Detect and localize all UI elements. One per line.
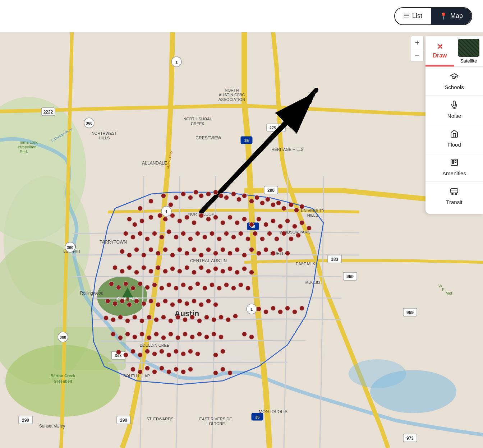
- draw-label: Draw: [433, 52, 447, 59]
- svg-text:35: 35: [251, 225, 255, 229]
- schools-label: Schools: [445, 84, 464, 90]
- amenities-label: Amenities: [442, 170, 466, 176]
- list-label: List: [412, 12, 422, 20]
- svg-rect-101: [451, 189, 458, 193]
- svg-point-8: [349, 359, 406, 388]
- zoom-in-button[interactable]: +: [411, 36, 424, 49]
- svg-rect-99: [452, 161, 454, 164]
- svg-text:Park: Park: [20, 149, 28, 154]
- top-bar: ☰ List 📍 Map: [0, 0, 483, 32]
- list-icon: ☰: [404, 12, 409, 20]
- transit-label: Transit: [446, 199, 462, 205]
- svg-text:HILLS: HILLS: [307, 213, 318, 217]
- layer-item-noise[interactable]: Noise: [426, 96, 483, 124]
- svg-text:etropolitan: etropolitan: [18, 145, 36, 149]
- svg-text:MONTOPOLIS: MONTOPOLIS: [259, 409, 288, 414]
- svg-rect-91: [126, 297, 129, 301]
- map-background: NORTH AUSTIN CIVIC ASSOCIATION NORTH SHO…: [0, 32, 483, 448]
- svg-text:ST. EDWARDS: ST. EDWARDS: [147, 417, 174, 421]
- svg-text:AUSTIN CIVIC: AUSTIN CIVIC: [219, 93, 245, 97]
- svg-text:UNIVERSITY: UNIVERSITY: [301, 208, 325, 213]
- satellite-label: Satellite: [460, 58, 477, 64]
- svg-text:HERITAGE HILLS: HERITAGE HILLS: [271, 147, 303, 152]
- view-toggle: ☰ List 📍 Map: [394, 7, 472, 25]
- satellite-thumbnail: [458, 39, 479, 57]
- svg-text:35: 35: [244, 138, 249, 143]
- svg-text:ASSOCIATION: ASSOCIATION: [218, 97, 245, 102]
- svg-text:HILLS: HILLS: [99, 136, 110, 140]
- svg-text:BOULDIN CREE: BOULDIN CREE: [140, 343, 170, 347]
- x-icon: ✕: [437, 42, 443, 51]
- svg-text:290: 290: [267, 188, 275, 193]
- draw-button[interactable]: ✕ Draw: [426, 36, 454, 66]
- svg-text:290: 290: [22, 418, 29, 423]
- layer-item-schools[interactable]: Schools: [426, 67, 483, 96]
- zoom-controls: + −: [411, 36, 424, 62]
- svg-text:SOUTH L... AP: SOUTH L... AP: [123, 374, 150, 378]
- satellite-button[interactable]: Satellite: [454, 36, 483, 66]
- svg-text:NORTH SHOAL: NORTH SHOAL: [183, 117, 212, 121]
- svg-text:EAST MLK: EAST MLK: [296, 262, 316, 266]
- svg-text:Greenbelt: Greenbelt: [54, 379, 72, 383]
- layers-list: Schools Noise Flood Amenities Transit: [426, 67, 483, 210]
- map-container: NORTH AUSTIN CIVIC ASSOCIATION NORTH SHO…: [0, 32, 483, 448]
- map-label: Map: [450, 12, 463, 20]
- svg-text:TARRYTOWN: TARRYTOWN: [100, 240, 127, 245]
- svg-text:35: 35: [255, 415, 259, 419]
- map-layers-panel: ✕ Draw Satellite Schools Noise Flood Ame…: [426, 36, 483, 214]
- layer-item-transit[interactable]: Transit: [426, 182, 483, 210]
- svg-text:360: 360: [86, 121, 92, 125]
- svg-text:NORTH: NORTH: [225, 88, 239, 92]
- svg-text:E: E: [442, 287, 445, 292]
- svg-text:34x: 34x: [115, 353, 122, 358]
- svg-text:NORTHWEST: NORTHWEST: [92, 131, 117, 135]
- svg-text:969: 969: [346, 274, 354, 279]
- svg-text:Rollingwood: Rollingwood: [80, 291, 103, 296]
- svg-text:- OLTORF: - OLTORF: [207, 421, 225, 426]
- flood-label: Flood: [447, 142, 461, 148]
- svg-text:Barton Creek: Barton Creek: [50, 374, 75, 378]
- svg-text:360: 360: [67, 245, 73, 250]
- svg-text:2222: 2222: [43, 110, 53, 115]
- svg-text:Austin: Austin: [175, 309, 199, 318]
- svg-text:ALLANDALE: ALLANDALE: [142, 161, 167, 166]
- svg-text:1: 1: [175, 60, 178, 64]
- svg-text:183: 183: [331, 257, 338, 262]
- svg-text:CRESTVIEW: CRESTVIEW: [196, 135, 221, 140]
- transit-icon: [450, 187, 459, 197]
- svg-text:1: 1: [250, 307, 253, 311]
- map-toggle-button[interactable]: 📍 Map: [431, 8, 472, 24]
- svg-text:CREEK: CREEK: [191, 121, 205, 126]
- svg-text:WINDSOR PARK: WINDSOR PARK: [279, 230, 310, 234]
- svg-text:EAST RIVERSIDE: EAST RIVERSIDE: [199, 417, 232, 421]
- flood-icon: [450, 129, 459, 139]
- svg-text:Met: Met: [446, 291, 452, 295]
- noise-label: Noise: [447, 113, 461, 119]
- amenities-icon: [450, 158, 459, 168]
- list-toggle-button[interactable]: ☰ List: [395, 8, 431, 24]
- svg-rect-100: [455, 161, 456, 162]
- svg-text:973: 973: [406, 436, 414, 441]
- schools-icon: [450, 72, 459, 82]
- svg-text:CENTRAL AUSTIN: CENTRAL AUSTIN: [190, 258, 227, 263]
- svg-text:MLK-183: MLK-183: [305, 281, 320, 285]
- zoom-out-button[interactable]: −: [411, 49, 424, 62]
- svg-text:275: 275: [270, 126, 276, 130]
- svg-text:mma Long: mma Long: [20, 140, 38, 144]
- svg-text:360: 360: [60, 335, 66, 340]
- layer-item-flood[interactable]: Flood: [426, 124, 483, 153]
- svg-text:MUELLER: MUELLER: [270, 251, 291, 256]
- svg-text:Sunset Valley: Sunset Valley: [39, 424, 65, 429]
- svg-rect-98: [451, 159, 457, 166]
- noise-icon: [450, 101, 459, 111]
- svg-text:1: 1: [165, 209, 167, 214]
- map-controls-row: ✕ Draw Satellite: [426, 36, 483, 67]
- svg-text:969: 969: [406, 310, 414, 315]
- map-pin-icon: 📍: [440, 12, 447, 20]
- svg-text:290: 290: [120, 418, 127, 423]
- layer-item-amenities[interactable]: Amenities: [426, 153, 483, 182]
